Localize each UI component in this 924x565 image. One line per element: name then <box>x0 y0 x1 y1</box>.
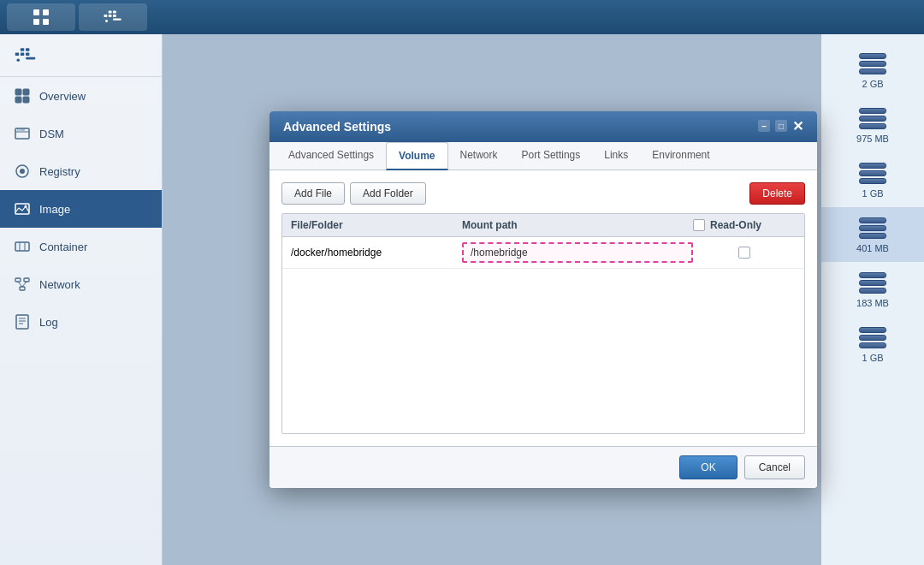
storage-label-4: 183 MB <box>856 298 889 308</box>
disk-icon-1 <box>857 106 888 130</box>
sidebar: Overview DSM DSM Registry <box>0 34 163 565</box>
svg-rect-34 <box>20 287 25 290</box>
mount-path-input[interactable]: /homebridge <box>462 242 693 263</box>
disk-icon-0 <box>857 51 888 75</box>
svg-rect-2 <box>33 19 39 25</box>
sidebar-item-label-overview: Overview <box>39 90 86 103</box>
svg-rect-13 <box>26 52 29 56</box>
disk-icon-2 <box>857 161 888 185</box>
svg-rect-11 <box>15 52 19 56</box>
row-folder: /docker/homebridge <box>291 247 462 259</box>
svg-rect-32 <box>15 278 21 282</box>
tab-volume[interactable]: Volume <box>386 142 447 170</box>
registry-icon <box>14 163 31 180</box>
docker-button[interactable] <box>79 3 147 31</box>
cancel-button[interactable]: Cancel <box>744 455 805 479</box>
delete-button[interactable]: Delete <box>749 182 805 205</box>
svg-rect-21 <box>23 97 29 103</box>
content-area: 2 GB 975 MB 1 GB <box>163 34 924 565</box>
svg-rect-4 <box>104 15 108 17</box>
table-header: File/Folder Mount path Read-Only <box>282 214 804 237</box>
sidebar-item-label-container: Container <box>39 241 87 253</box>
table-row: /docker/homebridge /homebridge <box>282 237 804 269</box>
dsm-icon: DSM <box>14 125 31 142</box>
svg-rect-20 <box>15 97 21 103</box>
modal-toolbar: Add File Add Folder Delete <box>281 182 805 205</box>
disk-icon-5 <box>857 325 888 349</box>
svg-line-35 <box>18 282 22 287</box>
tab-advanced-settings[interactable]: Advanced Settings <box>276 142 386 170</box>
storage-item-1[interactable]: 975 MB <box>821 98 924 152</box>
svg-point-17 <box>17 58 21 62</box>
storage-label-2: 1 GB <box>862 188 883 199</box>
sidebar-item-label-registry: Registry <box>39 165 80 178</box>
svg-rect-37 <box>16 315 28 329</box>
network-icon <box>14 276 31 293</box>
storage-label-1: 975 MB <box>856 134 889 144</box>
modal-header-controls: – □ ✕ <box>758 120 803 134</box>
sidebar-item-log[interactable]: Log <box>0 303 162 341</box>
sidebar-item-container[interactable]: Container <box>0 228 162 265</box>
row-readonly-checkbox[interactable] <box>738 247 750 259</box>
tab-network[interactable]: Network <box>448 142 510 170</box>
modal-header: Advanced Settings – □ ✕ <box>270 111 817 142</box>
storage-item-4[interactable]: 183 MB <box>821 262 924 317</box>
sidebar-item-dsm[interactable]: DSM DSM <box>0 115 162 152</box>
tab-port-settings[interactable]: Port Settings <box>510 142 593 170</box>
sidebar-item-label-image: Image <box>39 203 70 216</box>
ok-button[interactable]: OK <box>679 455 737 479</box>
minimize-button[interactable]: – <box>758 120 770 132</box>
sidebar-item-registry[interactable]: Registry <box>0 152 162 190</box>
disk-icon-3 <box>857 216 888 240</box>
storage-item-5[interactable]: 1 GB <box>821 317 924 372</box>
svg-rect-33 <box>24 278 29 282</box>
storage-label-5: 1 GB <box>862 353 883 363</box>
add-folder-button[interactable]: Add Folder <box>350 182 426 205</box>
close-button[interactable]: ✕ <box>792 120 803 134</box>
svg-point-28 <box>25 205 27 208</box>
modal-backdrop: Advanced Settings – □ ✕ Advanced Setting… <box>163 34 924 565</box>
svg-rect-18 <box>15 89 21 95</box>
svg-rect-29 <box>15 242 29 251</box>
col-readonly-label: Read-Only <box>710 219 761 231</box>
svg-rect-15 <box>26 48 29 51</box>
volume-table: File/Folder Mount path Read-Only /docker… <box>281 213 805 434</box>
sidebar-item-overview[interactable]: Overview <box>0 77 162 115</box>
storage-item-3[interactable]: 401 MB <box>821 207 924 262</box>
maximize-button[interactable]: □ <box>775 120 787 132</box>
header-checkbox[interactable] <box>693 219 705 231</box>
add-file-button[interactable]: Add File <box>281 182 345 205</box>
storage-item-2[interactable]: 1 GB <box>821 152 924 207</box>
sidebar-item-label-network: Network <box>39 278 80 291</box>
advanced-settings-modal: Advanced Settings – □ ✕ Advanced Setting… <box>270 111 817 488</box>
tab-links[interactable]: Links <box>592 142 640 170</box>
col-header-mount: Mount path <box>462 219 693 231</box>
svg-rect-14 <box>21 48 24 51</box>
svg-rect-1 <box>43 9 49 15</box>
svg-rect-7 <box>109 11 112 14</box>
main-area: Overview DSM DSM Registry <box>0 34 924 565</box>
sidebar-item-image[interactable]: Image <box>0 190 162 228</box>
modal-title: Advanced Settings <box>283 120 391 134</box>
tab-environment[interactable]: Environment <box>640 142 721 170</box>
row-mount-cell: /homebridge <box>462 242 693 263</box>
image-icon <box>14 200 31 217</box>
sidebar-item-network[interactable]: Network <box>0 265 162 303</box>
sidebar-logo <box>0 34 162 77</box>
sidebar-item-label-log: Log <box>39 316 58 329</box>
svg-rect-6 <box>113 15 116 17</box>
svg-text:DSM: DSM <box>17 128 25 132</box>
storage-label-0: 2 GB <box>862 79 883 89</box>
svg-point-26 <box>20 169 25 174</box>
container-icon <box>14 238 31 255</box>
taskbar <box>0 0 924 34</box>
row-readonly-cell <box>693 247 796 259</box>
col-header-folder: File/Folder <box>291 219 462 231</box>
svg-rect-3 <box>43 19 49 25</box>
app-grid-button[interactable] <box>7 3 75 31</box>
storage-item-0[interactable]: 2 GB <box>821 43 924 98</box>
storage-label-3: 401 MB <box>856 243 889 253</box>
sidebar-item-label-dsm: DSM <box>39 128 64 140</box>
svg-rect-9 <box>113 19 121 21</box>
svg-rect-0 <box>33 9 39 15</box>
